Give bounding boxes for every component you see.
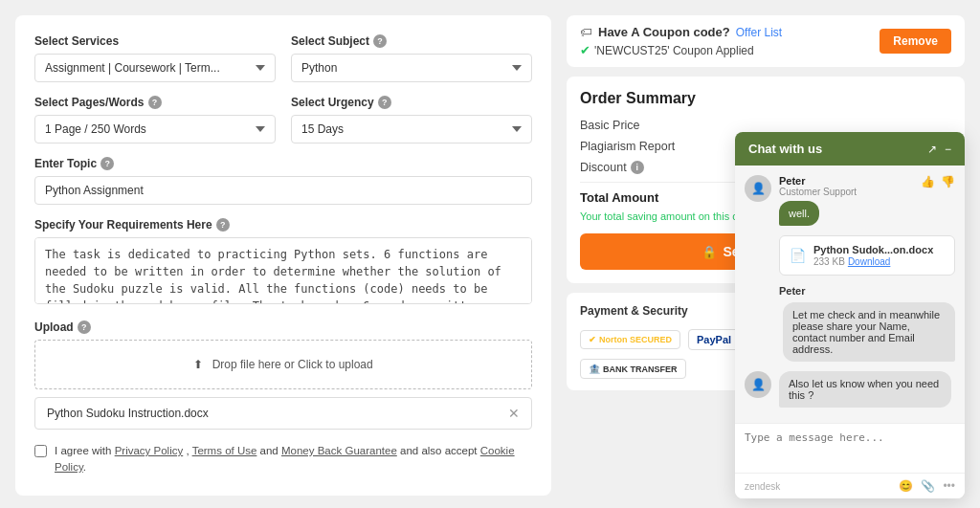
attachment-icon[interactable]: 📎 — [921, 479, 935, 493]
paypal-badge: PayPal — [688, 329, 740, 350]
file-bubble-name: Python Sudok...on.docx — [813, 244, 945, 255]
zendesk-label: zendesk — [745, 481, 780, 492]
chat-header-icons: ↗ − — [927, 143, 951, 156]
thumbs-down-icon[interactable]: 👎 — [941, 175, 955, 188]
urgency-label: Select Urgency ? — [291, 96, 532, 109]
uploaded-file-row: Python Sudoku Instruction.docx ✕ — [34, 397, 532, 430]
topic-help-icon: ? — [100, 157, 114, 170]
order-summary-title: Order Summary — [580, 90, 951, 107]
coupon-check-icon: ✔ — [580, 43, 590, 57]
file-bubble: 📄 Python Sudok...on.docx 233 KB Download — [779, 235, 955, 276]
remove-coupon-button[interactable]: Remove — [880, 29, 951, 54]
order-form: Select Services Assignment | Coursework … — [15, 15, 551, 496]
norton-badge: ✔ Norton SECURED — [580, 330, 680, 349]
agent-bubble-2: Also let us know when you need this ? — [779, 371, 951, 408]
chat-footer: zendesk 😊 📎 ••• — [735, 473, 965, 498]
subject-help-icon: ? — [373, 34, 387, 48]
thumbs-row: 👍 👎 — [921, 175, 955, 188]
peter-label: Peter — [779, 285, 955, 297]
requirements-help-icon: ? — [216, 218, 230, 232]
money-back-link[interactable]: Money Back Guarantee — [281, 445, 397, 456]
chat-input[interactable] — [745, 431, 955, 462]
chat-header-title: Chat with us — [748, 142, 822, 156]
bank-logo: BANK TRANSFER — [603, 364, 678, 374]
chat-body: 👤 Peter Customer Support well. 👍 👎 📄 — [735, 166, 965, 423]
coupon-applied-status: ✔ 'NEWCUST25' Coupon Applied — [580, 43, 782, 57]
minimize-icon[interactable]: − — [945, 143, 951, 156]
requirements-textarea[interactable]: The task is dedicated to practicing Pyth… — [34, 237, 532, 304]
agent-avatar-2: 👤 — [745, 371, 771, 398]
services-label: Select Services — [34, 34, 276, 48]
topic-label: Enter Topic ? — [34, 157, 532, 170]
paypal-logo: PayPal — [697, 334, 731, 345]
pages-select[interactable]: 1 Page / 250 Words — [34, 115, 276, 144]
uploaded-filename: Python Sudoku Instruction.docx — [47, 407, 209, 420]
topic-input[interactable] — [34, 176, 532, 205]
agent-greeting-bubble: well. — [779, 201, 819, 226]
bank-badge: 🏦 BANK TRANSFER — [580, 359, 686, 379]
upload-label: Upload ? — [34, 320, 532, 334]
more-options-icon[interactable]: ••• — [943, 479, 955, 493]
emoji-icon[interactable]: 😊 — [899, 479, 913, 493]
coupon-title: Have A Coupon code? — [598, 25, 730, 39]
discount-info-icon: i — [631, 161, 644, 174]
coupon-tag-icon: 🏷 — [580, 25, 592, 39]
upload-icon: ⬆ — [193, 358, 203, 371]
upload-dropzone[interactable]: ⬆ Drop file here or Click to upload — [34, 340, 532, 389]
subject-select[interactable]: Python — [291, 54, 532, 82]
privacy-policy-link[interactable]: Privacy Policy — [115, 445, 184, 456]
agent-name: Peter — [779, 175, 913, 187]
pages-label: Select Pages/Words ? — [34, 96, 276, 109]
upload-help-icon: ? — [78, 320, 91, 334]
thumbs-up-icon[interactable]: 👍 — [921, 175, 935, 188]
agent-avatar: 👤 — [745, 175, 771, 202]
coupon-left: 🏷 Have A Coupon code? Offer List ✔ 'NEWC… — [580, 25, 782, 57]
requirements-label: Specify Your Requirements Here ? — [34, 218, 532, 232]
user-bubble-1: Let me check and in meanwhile please sha… — [783, 302, 955, 362]
terms-checkbox[interactable] — [34, 445, 47, 457]
agent-second-row: 👤 Also let us know when you need this ? — [745, 371, 955, 408]
chat-input-area — [735, 423, 965, 473]
user-messages: Let me check and in meanwhile please sha… — [745, 302, 955, 362]
chat-footer-icons: 😊 📎 ••• — [899, 479, 955, 493]
lock-icon: 🔒 — [702, 245, 717, 259]
urgency-select[interactable]: 15 Days — [291, 115, 532, 144]
services-select[interactable]: Assignment | Coursework | Term... — [34, 54, 276, 82]
expand-icon[interactable]: ↗ — [927, 143, 937, 156]
basic-price-row: Basic Price — [580, 119, 951, 132]
right-column: 🏷 Have A Coupon code? Offer List ✔ 'NEWC… — [567, 15, 965, 496]
file-download-link[interactable]: Download — [848, 256, 890, 267]
terms-checkbox-row: I agree with Privacy Policy , Terms of U… — [34, 443, 532, 476]
subject-label: Select Subject ? — [291, 34, 532, 48]
agent-role: Customer Support — [779, 187, 913, 197]
urgency-help-icon: ? — [378, 96, 391, 109]
chat-header: Chat with us ↗ − — [735, 132, 965, 166]
remove-file-button[interactable]: ✕ — [508, 406, 520, 421]
agent-info: Peter Customer Support well. — [779, 175, 913, 226]
agent-message-row: 👤 Peter Customer Support well. 👍 👎 — [745, 175, 955, 226]
file-bubble-size: 233 KB — [813, 256, 845, 267]
pages-help-icon: ? — [148, 96, 162, 109]
chat-widget: Chat with us ↗ − 👤 Peter Customer Suppor… — [735, 132, 965, 498]
terms-of-use-link[interactable]: Terms of Use — [192, 445, 257, 456]
offer-list-link[interactable]: Offer List — [736, 26, 782, 39]
coupon-section: 🏷 Have A Coupon code? Offer List ✔ 'NEWC… — [567, 15, 965, 67]
file-icon: 📄 — [790, 248, 806, 263]
